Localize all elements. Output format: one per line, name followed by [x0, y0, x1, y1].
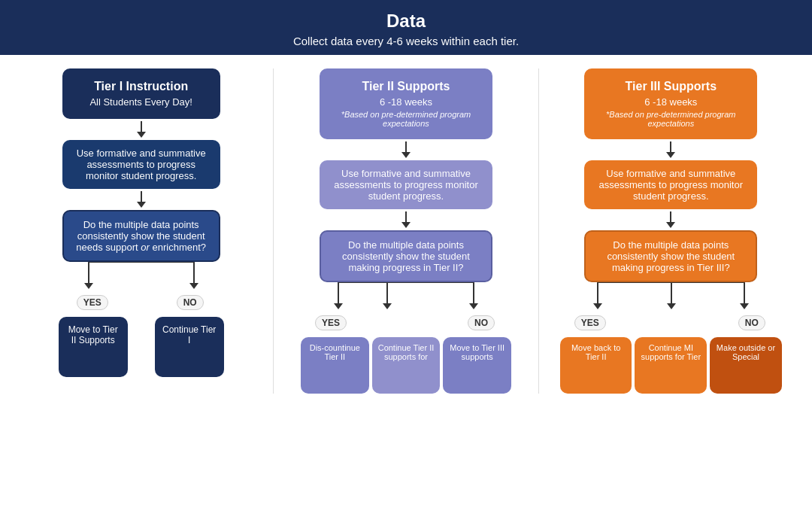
tier1-title: Tier I Instruction — [75, 80, 208, 93]
arrow-line — [670, 141, 671, 152]
main-content: Tier I Instruction All Students Every Da… — [0, 55, 812, 394]
tier2-outcomes: Dis-countinue Tier II Continue Tier II s… — [301, 337, 511, 394]
svg-marker-20 — [667, 303, 676, 309]
tier3-outcome-no: Make outside or Special — [710, 337, 782, 394]
tier3-duration: 6 -18 weeks — [597, 96, 744, 108]
svg-marker-18 — [593, 303, 602, 309]
branch-svg-t1 — [59, 262, 224, 295]
branch-svg-t2 — [301, 282, 511, 315]
arrow-head — [137, 202, 146, 208]
arrow-head — [137, 132, 146, 138]
arrow-head — [666, 152, 675, 158]
tier2-column: Tier II Supports 6 -18 weeks *Based on p… — [287, 68, 524, 394]
tier1-yn-labels: YES NO — [59, 295, 224, 312]
tier3-decision: Do the multiple data points consistently… — [584, 230, 757, 282]
arrow1-t2 — [401, 139, 411, 160]
arrow-line — [141, 191, 142, 202]
tier1-column: Tier I Instruction All Students Every Da… — [23, 68, 259, 394]
tier2-yes-label: YES — [315, 315, 347, 330]
tier2-duration: 6 -18 weeks — [332, 96, 480, 108]
tier1-branch-lines — [59, 262, 224, 295]
arrow1-t1 — [137, 119, 146, 140]
tier1-box: Tier I Instruction All Students Every Da… — [62, 68, 220, 119]
tier2-outcome-yes2: Continue Tier II supports for — [372, 337, 441, 394]
arrow1-t3 — [666, 139, 675, 160]
divider1 — [273, 68, 274, 394]
tier2-no-label: NO — [468, 315, 495, 330]
tier3-outcome-yes2: Continue MI supports for Tier — [635, 337, 707, 394]
tier3-column: Tier III Supports 6 -18 weeks *Based on … — [553, 68, 789, 394]
arrow-head — [401, 152, 411, 158]
tier1-yes-label: YES — [77, 295, 108, 310]
arrow2-t3 — [666, 209, 675, 230]
tier1-decision: Do the multiple data points consistently… — [62, 210, 220, 262]
tier1-no-label: NO — [177, 295, 204, 310]
tier2-box: Tier II Supports 6 -18 weeks *Based on p… — [320, 68, 492, 139]
tier3-branch-lines — [560, 282, 782, 315]
svg-marker-5 — [189, 283, 198, 289]
page-title: Data — [15, 11, 797, 32]
tier1-process1: Use formative and summative assessments … — [62, 140, 220, 189]
tier3-yes-label: YES — [574, 315, 606, 330]
tier1-outcomes: Move to Tier II Supports Continue Tier I — [59, 317, 224, 377]
arrow-line — [405, 141, 407, 152]
branch-svg-t3 — [560, 282, 782, 315]
arrow-line — [670, 211, 671, 222]
page-subtitle: Collect data every 4-6 weeks within each… — [15, 35, 797, 47]
page-header: Data Collect data every 4-6 weeks within… — [0, 0, 812, 55]
tier2-branch-lines — [301, 282, 511, 315]
tier1-outcome-no: Continue Tier I — [155, 317, 224, 377]
svg-marker-14 — [469, 303, 478, 309]
tier2-note: *Based on pre-determined program expecta… — [332, 110, 480, 128]
tier2-decision: Do the multiple data points consistently… — [320, 230, 492, 282]
tier2-outcome-no: Move to Tier III supports — [443, 337, 511, 394]
tier3-yn-labels: YES NO — [560, 315, 782, 333]
tier3-outcome-yes1: Move back to Tier II — [560, 337, 632, 394]
tier1-subtitle: All Students Every Day! — [75, 96, 208, 108]
divider2 — [538, 68, 539, 394]
arrow-line — [405, 211, 407, 222]
arrow2-t2 — [401, 209, 411, 230]
arrow-head — [401, 222, 411, 228]
tier3-process1: Use formative and summative assessments … — [584, 160, 757, 209]
tier2-yn-labels: YES NO — [301, 315, 511, 333]
tier3-outcomes: Move back to Tier II Continue MI support… — [560, 337, 782, 394]
tier3-no-label: NO — [738, 315, 765, 330]
svg-marker-12 — [383, 303, 392, 309]
arrow-line — [141, 121, 142, 132]
tier2-process1: Use formative and summative assessments … — [320, 160, 492, 209]
tier1-outcome-yes: Move to Tier II Supports — [59, 317, 128, 377]
tier3-box: Tier III Supports 6 -18 weeks *Based on … — [584, 68, 757, 139]
arrow2-t1 — [137, 189, 146, 210]
svg-marker-10 — [334, 303, 343, 309]
tier2-outcome-yes1: Dis-countinue Tier II — [301, 337, 369, 394]
tier2-title: Tier II Supports — [332, 80, 480, 93]
tier3-title: Tier III Supports — [597, 80, 744, 93]
svg-marker-22 — [740, 303, 749, 309]
arrow-head — [666, 222, 675, 228]
tier3-note: *Based on pre-determined program expecta… — [597, 110, 744, 128]
svg-marker-4 — [84, 283, 93, 289]
